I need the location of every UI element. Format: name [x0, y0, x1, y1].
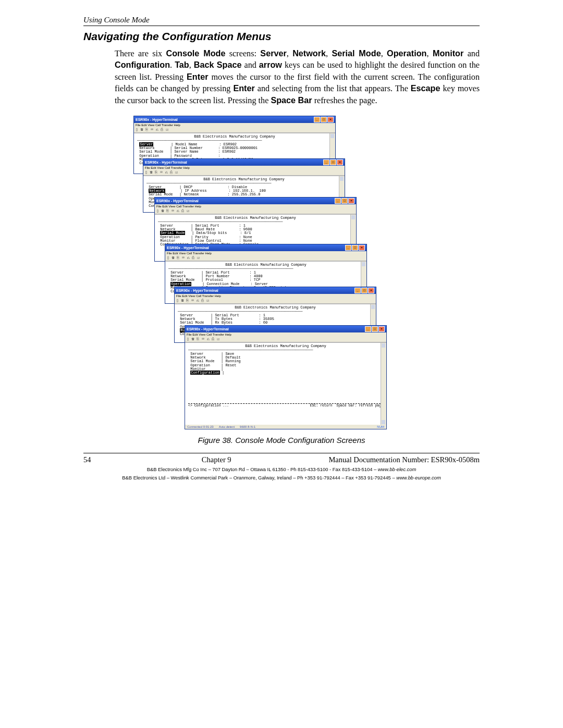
window-menubar[interactable]: File Edit View Call Transfer Help: [165, 251, 366, 255]
window-toolbar[interactable]: ▯ ☎ ⎘ ⌨ ⎌ ⎙ ☑: [185, 337, 386, 342]
window-toolbar[interactable]: ▯ ☎ ⎘ ⌨ ⎌ ⎙ ☑: [134, 127, 335, 133]
company-header: B&B Electronics Manufacturing Company: [146, 178, 341, 181]
minimize-icon[interactable]: _: [345, 245, 351, 251]
minimize-icon[interactable]: _: [335, 198, 341, 204]
close-icon[interactable]: ×: [378, 326, 385, 332]
window-buttons: _□×: [354, 288, 374, 293]
section-title: Navigating the Configuration Menus: [83, 30, 480, 43]
maximize-icon[interactable]: □: [321, 117, 327, 122]
figure-caption: Figure 38. Console Mode Configuration Sc…: [83, 436, 480, 445]
window-title: ESR90x - HyperTerminal: [176, 289, 218, 292]
window-title: ESR90x - HyperTerminal: [187, 327, 229, 331]
page-number: 54: [83, 455, 104, 464]
company-header: B&B Electronics Manufacturing Company: [178, 306, 373, 310]
menu-item-selected[interactable]: Serial Mode: [160, 231, 185, 235]
close-icon[interactable]: ×: [348, 198, 354, 204]
window-titlebar: ESR90x - HyperTerminal_□×: [185, 326, 386, 332]
window-toolbar[interactable]: ▯ ☎ ⎘ ⌨ ⎌ ⎙ ☑: [175, 298, 376, 304]
close-icon[interactable]: ×: [368, 288, 374, 293]
maximize-icon[interactable]: □: [330, 159, 336, 165]
minimize-icon[interactable]: _: [354, 288, 361, 293]
window-buttons: _□×: [323, 159, 343, 165]
company-header: B&B Electronics Manufacturing Company: [137, 135, 332, 139]
window-toolbar[interactable]: ▯ ☎ ⎘ ⌨ ⎌ ⎙ ☑: [155, 208, 356, 214]
window-titlebar: ESR90x - HyperTerminal_□×: [143, 159, 345, 166]
terminal-body: B&B Electronics Manufacturing Company———…: [185, 342, 386, 425]
window-title: ESR90x - HyperTerminal: [136, 118, 178, 121]
doc-number: Manual Documentation Number: ESR90x-0508…: [328, 455, 480, 464]
menu-item-selected[interactable]: Configuration: [190, 371, 220, 375]
window-menubar[interactable]: File Edit View Call Transfer Help: [134, 123, 335, 127]
window-buttons: _□×: [334, 198, 354, 204]
window-statusbar: Connected 0:01:23Auto detect9600 8-N-1NU…: [185, 425, 386, 429]
window-titlebar: ESR90x - HyperTerminal_□×: [155, 198, 356, 204]
maximize-icon[interactable]: □: [372, 326, 378, 332]
footer-address-2: B&B Electronics Ltd – Westlink Commercia…: [83, 474, 480, 481]
window-menubar[interactable]: File Edit View Call Transfer Help: [143, 166, 345, 170]
window-titlebar: ESR90x - HyperTerminal_□×: [134, 116, 335, 123]
window-title: ESR90x - HyperTerminal: [145, 161, 187, 164]
window-buttons: _□×: [345, 245, 365, 251]
window-menubar[interactable]: File Edit View Call Transfer Help: [155, 204, 356, 208]
scrollbar[interactable]: [381, 343, 386, 425]
window-toolbar[interactable]: ▯ ☎ ⎘ ⌨ ⎌ ⎙ ☑: [165, 255, 366, 261]
maximize-icon[interactable]: □: [361, 288, 368, 293]
menu-item-selected[interactable]: Server: [139, 142, 153, 146]
menu-item-selected[interactable]: Operation: [170, 282, 191, 286]
window-titlebar: ESR90x - HyperTerminal_□×: [175, 287, 376, 294]
company-header: B&B Electronics Manufacturing Company: [168, 263, 363, 267]
running-head: Using Console Mode: [83, 16, 480, 26]
figure-stack: ESR90x - HyperTerminal_□×File Edit View …: [133, 116, 423, 428]
window-title: ESR90x - HyperTerminal: [156, 199, 199, 203]
chapter-label: Chapter 9: [104, 455, 328, 464]
minimize-icon[interactable]: _: [323, 159, 329, 165]
body-paragraph: There are six Console Mode screens: Serv…: [115, 48, 480, 106]
maximize-icon[interactable]: □: [341, 198, 348, 204]
window-menubar[interactable]: File Edit View Call Transfer Help: [185, 332, 386, 337]
terminal-window-6: ESR90x - HyperTerminal_□×File Edit View …: [185, 325, 387, 429]
window-buttons: _□×: [364, 326, 385, 332]
window-menubar[interactable]: File Edit View Call Transfer Help: [175, 294, 376, 298]
company-header: B&B Electronics Manufacturing Company: [158, 216, 353, 220]
close-icon[interactable]: ×: [359, 245, 365, 251]
minimize-icon[interactable]: _: [314, 117, 320, 122]
terminal-footer-hint: <> Configuration ...ESC: return Space ba…: [188, 403, 383, 408]
window-titlebar: ESR90x - HyperTerminal_□×: [165, 244, 366, 251]
menu-item-selected[interactable]: Network: [149, 189, 165, 193]
company-header: B&B Electronics Manufacturing Company: [188, 344, 383, 348]
close-icon[interactable]: ×: [327, 117, 334, 122]
window-toolbar[interactable]: ▯ ☎ ⎘ ⌨ ⎌ ⎙ ☑: [143, 170, 345, 176]
minimize-icon[interactable]: _: [365, 326, 371, 332]
footer-address-1: B&B Electronics Mfg Co Inc – 707 Dayton …: [83, 466, 480, 473]
window-buttons: _□×: [313, 117, 334, 122]
footer-line: 54 Chapter 9 Manual Documentation Number…: [83, 455, 480, 464]
close-icon[interactable]: ×: [337, 159, 343, 165]
maximize-icon[interactable]: □: [352, 245, 358, 251]
window-title: ESR90x - HyperTerminal: [167, 246, 209, 250]
footer-rule: [83, 453, 480, 453]
